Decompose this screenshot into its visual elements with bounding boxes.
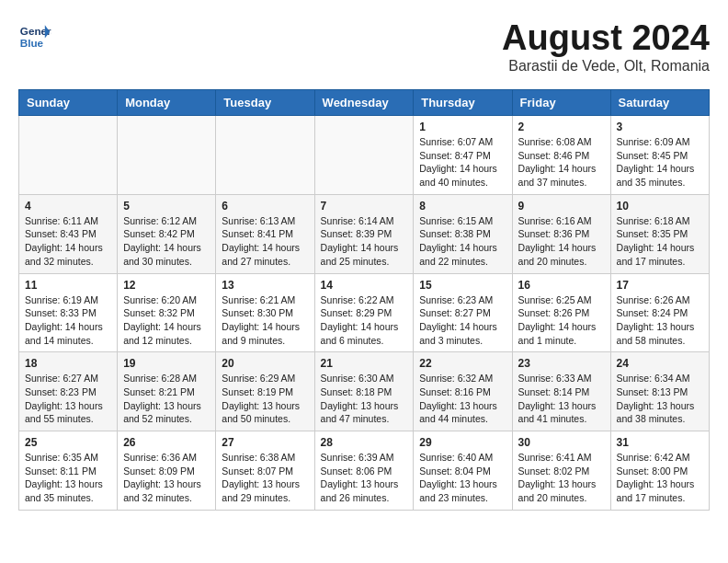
calendar-cell: 29Sunrise: 6:40 AM Sunset: 8:04 PM Dayli… xyxy=(414,431,512,511)
day-number: 25 xyxy=(25,436,111,449)
cell-content: Sunrise: 6:26 AM Sunset: 8:24 PM Dayligh… xyxy=(617,293,703,348)
day-number: 16 xyxy=(518,279,605,292)
col-header-thursday: Thursday xyxy=(414,90,512,116)
svg-text:Blue: Blue xyxy=(20,37,44,49)
col-header-friday: Friday xyxy=(512,90,610,116)
calendar-cell: 20Sunrise: 6:29 AM Sunset: 8:19 PM Dayli… xyxy=(216,352,314,431)
calendar-cell: 14Sunrise: 6:22 AM Sunset: 8:29 PM Dayli… xyxy=(314,273,414,352)
calendar-cell: 15Sunrise: 6:23 AM Sunset: 8:27 PM Dayli… xyxy=(414,273,512,352)
cell-content: Sunrise: 6:21 AM Sunset: 8:30 PM Dayligh… xyxy=(222,293,308,348)
day-number: 3 xyxy=(617,121,703,133)
calendar-cell: 24Sunrise: 6:34 AM Sunset: 8:13 PM Dayli… xyxy=(610,352,709,431)
calendar-cell xyxy=(216,116,314,195)
day-number: 13 xyxy=(222,279,308,292)
cell-content: Sunrise: 6:07 AM Sunset: 8:47 PM Dayligh… xyxy=(419,135,506,190)
day-number: 15 xyxy=(419,279,506,292)
day-number: 8 xyxy=(419,200,506,213)
cell-content: Sunrise: 6:13 AM Sunset: 8:41 PM Dayligh… xyxy=(222,214,308,269)
calendar-cell: 9Sunrise: 6:16 AM Sunset: 8:36 PM Daylig… xyxy=(512,194,610,273)
calendar-cell: 1Sunrise: 6:07 AM Sunset: 8:47 PM Daylig… xyxy=(414,116,512,195)
calendar-cell: 31Sunrise: 6:42 AM Sunset: 8:00 PM Dayli… xyxy=(610,431,709,511)
cell-content: Sunrise: 6:25 AM Sunset: 8:26 PM Dayligh… xyxy=(518,293,605,348)
cell-content: Sunrise: 6:14 AM Sunset: 8:39 PM Dayligh… xyxy=(321,214,408,269)
col-header-tuesday: Tuesday xyxy=(216,90,314,116)
day-number: 11 xyxy=(25,279,111,292)
day-number: 31 xyxy=(617,436,703,449)
day-number: 6 xyxy=(222,200,308,213)
calendar-cell: 27Sunrise: 6:38 AM Sunset: 8:07 PM Dayli… xyxy=(216,431,314,511)
day-number: 29 xyxy=(419,436,506,449)
cell-content: Sunrise: 6:42 AM Sunset: 8:00 PM Dayligh… xyxy=(617,451,703,505)
calendar-cell: 8Sunrise: 6:15 AM Sunset: 8:38 PM Daylig… xyxy=(414,194,512,273)
title-block: August 2024 Barastii de Vede, Olt, Roman… xyxy=(502,18,710,75)
cell-content: Sunrise: 6:18 AM Sunset: 8:35 PM Dayligh… xyxy=(617,214,703,269)
calendar-cell: 10Sunrise: 6:18 AM Sunset: 8:35 PM Dayli… xyxy=(610,194,709,273)
day-number: 21 xyxy=(321,357,408,370)
calendar-cell: 26Sunrise: 6:36 AM Sunset: 8:09 PM Dayli… xyxy=(118,431,216,511)
calendar-cell: 2Sunrise: 6:08 AM Sunset: 8:46 PM Daylig… xyxy=(512,116,610,195)
cell-content: Sunrise: 6:38 AM Sunset: 8:07 PM Dayligh… xyxy=(222,451,308,505)
day-number: 10 xyxy=(617,200,703,213)
cell-content: Sunrise: 6:30 AM Sunset: 8:18 PM Dayligh… xyxy=(321,372,408,426)
cell-content: Sunrise: 6:23 AM Sunset: 8:27 PM Dayligh… xyxy=(419,293,506,348)
col-header-monday: Monday xyxy=(118,90,216,116)
day-number: 22 xyxy=(419,357,506,370)
day-number: 4 xyxy=(25,200,111,213)
cell-content: Sunrise: 6:35 AM Sunset: 8:11 PM Dayligh… xyxy=(25,451,111,505)
calendar-cell: 19Sunrise: 6:28 AM Sunset: 8:21 PM Dayli… xyxy=(118,352,216,431)
calendar-cell: 25Sunrise: 6:35 AM Sunset: 8:11 PM Dayli… xyxy=(19,431,118,511)
cell-content: Sunrise: 6:33 AM Sunset: 8:14 PM Dayligh… xyxy=(518,372,605,426)
cell-content: Sunrise: 6:08 AM Sunset: 8:46 PM Dayligh… xyxy=(518,135,605,190)
day-number: 9 xyxy=(518,200,605,213)
day-number: 1 xyxy=(419,121,506,133)
cell-content: Sunrise: 6:20 AM Sunset: 8:32 PM Dayligh… xyxy=(123,293,210,348)
calendar-cell: 16Sunrise: 6:25 AM Sunset: 8:26 PM Dayli… xyxy=(512,273,610,352)
cell-content: Sunrise: 6:29 AM Sunset: 8:19 PM Dayligh… xyxy=(222,372,308,426)
logo-icon: General Blue xyxy=(18,18,51,52)
day-number: 14 xyxy=(321,279,408,292)
cell-content: Sunrise: 6:12 AM Sunset: 8:42 PM Dayligh… xyxy=(123,214,210,269)
calendar-cell: 3Sunrise: 6:09 AM Sunset: 8:45 PM Daylig… xyxy=(610,116,709,195)
cell-content: Sunrise: 6:36 AM Sunset: 8:09 PM Dayligh… xyxy=(123,451,210,505)
calendar-cell xyxy=(118,116,216,195)
calendar-cell: 28Sunrise: 6:39 AM Sunset: 8:06 PM Dayli… xyxy=(314,431,414,511)
cell-content: Sunrise: 6:09 AM Sunset: 8:45 PM Dayligh… xyxy=(617,135,703,190)
cell-content: Sunrise: 6:40 AM Sunset: 8:04 PM Dayligh… xyxy=(419,451,506,505)
day-number: 12 xyxy=(123,279,210,292)
cell-content: Sunrise: 6:11 AM Sunset: 8:43 PM Dayligh… xyxy=(25,214,111,269)
calendar-cell: 22Sunrise: 6:32 AM Sunset: 8:16 PM Dayli… xyxy=(414,352,512,431)
day-number: 26 xyxy=(123,436,210,449)
day-number: 24 xyxy=(617,357,703,370)
cell-content: Sunrise: 6:15 AM Sunset: 8:38 PM Dayligh… xyxy=(419,214,506,269)
day-number: 19 xyxy=(123,357,210,370)
day-number: 20 xyxy=(222,357,308,370)
calendar-cell xyxy=(314,116,414,195)
cell-content: Sunrise: 6:19 AM Sunset: 8:33 PM Dayligh… xyxy=(25,293,111,348)
day-number: 7 xyxy=(321,200,408,213)
calendar-cell: 18Sunrise: 6:27 AM Sunset: 8:23 PM Dayli… xyxy=(19,352,118,431)
day-number: 30 xyxy=(518,436,605,449)
cell-content: Sunrise: 6:41 AM Sunset: 8:02 PM Dayligh… xyxy=(518,451,605,505)
calendar-cell: 30Sunrise: 6:41 AM Sunset: 8:02 PM Dayli… xyxy=(512,431,610,511)
day-number: 28 xyxy=(321,436,408,449)
calendar-cell: 13Sunrise: 6:21 AM Sunset: 8:30 PM Dayli… xyxy=(216,273,314,352)
calendar-cell: 11Sunrise: 6:19 AM Sunset: 8:33 PM Dayli… xyxy=(19,273,118,352)
cell-content: Sunrise: 6:34 AM Sunset: 8:13 PM Dayligh… xyxy=(617,372,703,426)
cell-content: Sunrise: 6:22 AM Sunset: 8:29 PM Dayligh… xyxy=(321,293,408,348)
day-number: 18 xyxy=(25,357,111,370)
calendar-cell: 21Sunrise: 6:30 AM Sunset: 8:18 PM Dayli… xyxy=(314,352,414,431)
calendar-table: SundayMondayTuesdayWednesdayThursdayFrid… xyxy=(18,89,710,511)
calendar-cell: 17Sunrise: 6:26 AM Sunset: 8:24 PM Dayli… xyxy=(610,273,709,352)
logo: General Blue xyxy=(18,18,51,52)
col-header-saturday: Saturday xyxy=(610,90,709,116)
calendar-cell: 23Sunrise: 6:33 AM Sunset: 8:14 PM Dayli… xyxy=(512,352,610,431)
cell-content: Sunrise: 6:16 AM Sunset: 8:36 PM Dayligh… xyxy=(518,214,605,269)
day-number: 5 xyxy=(123,200,210,213)
page-header: General Blue August 2024 Barastii de Ved… xyxy=(18,18,710,75)
day-number: 27 xyxy=(222,436,308,449)
calendar-cell: 6Sunrise: 6:13 AM Sunset: 8:41 PM Daylig… xyxy=(216,194,314,273)
day-number: 17 xyxy=(617,279,703,292)
cell-content: Sunrise: 6:27 AM Sunset: 8:23 PM Dayligh… xyxy=(25,372,111,426)
calendar-cell xyxy=(19,116,118,195)
cell-content: Sunrise: 6:28 AM Sunset: 8:21 PM Dayligh… xyxy=(123,372,210,426)
